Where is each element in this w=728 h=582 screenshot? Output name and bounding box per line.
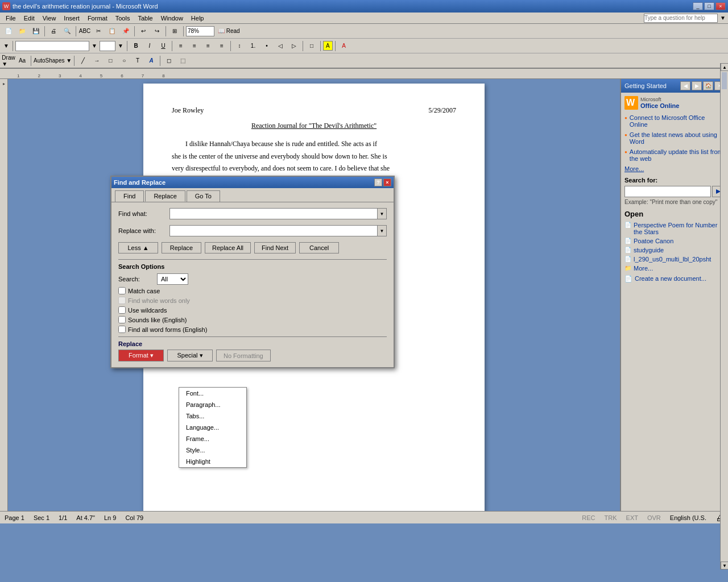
link-autoupdate[interactable]: ● Automatically update this list from th… — [624, 148, 725, 162]
border-btn[interactable]: □ — [305, 40, 318, 52]
wordart-tool[interactable]: A — [145, 55, 158, 66]
help-dropdown-arrow[interactable]: ▼ — [720, 15, 726, 21]
special-button[interactable]: Special ▾ — [167, 350, 213, 361]
style-dropdown-btn[interactable]: ▼ — [2, 40, 10, 52]
open-btn[interactable]: 📁 — [16, 26, 28, 37]
align-center-btn[interactable]: ≡ — [188, 40, 201, 52]
no-formatting-button[interactable]: No Formatting — [216, 350, 271, 361]
whole-words-checkbox[interactable] — [118, 297, 126, 304]
menu-font[interactable]: Font... — [179, 388, 246, 399]
panel-forward-btn[interactable]: ▶ — [692, 81, 702, 90]
tab-find[interactable]: Find — [115, 190, 144, 202]
align-left-btn[interactable]: ≡ — [175, 40, 187, 52]
create-doc-link[interactable]: 📄 Create a new document... — [624, 275, 725, 282]
less-button[interactable]: Less ▲ — [118, 242, 158, 253]
more-files-link[interactable]: More... — [634, 265, 653, 272]
link-autoupdate-text[interactable]: Automatically update this list from the … — [630, 148, 725, 162]
bold-btn[interactable]: B — [130, 40, 142, 52]
more-link-top[interactable]: More... — [624, 165, 725, 172]
all-word-forms-checkbox[interactable] — [118, 326, 126, 333]
redo-btn[interactable]: ↪ — [151, 26, 163, 37]
file-item-4[interactable]: 📄 l_290_us0_multi_lbl_20psht — [624, 256, 725, 263]
dialog-close-btn[interactable]: × — [383, 178, 391, 186]
cut-btn[interactable]: ✂ — [92, 26, 105, 37]
print-btn[interactable]: 🖨 — [47, 26, 60, 37]
link-news[interactable]: ● Get the latest news about using Word — [624, 131, 725, 145]
replace-all-button[interactable]: Replace All — [205, 242, 251, 253]
menu-table[interactable]: Table — [134, 14, 156, 23]
zoom-input[interactable] — [186, 26, 214, 36]
link-connect-text[interactable]: Connect to Microsoft Office Online — [630, 114, 725, 128]
panel-controls[interactable]: ◀ ▶ 🏠 × — [680, 81, 725, 90]
read-btn[interactable]: 📖 Read — [218, 28, 240, 34]
menu-paragraph[interactable]: Paragraph... — [179, 399, 246, 410]
spell-btn[interactable]: ABC — [78, 26, 91, 37]
dialog-tabs[interactable]: Find Replace Go To — [111, 188, 394, 202]
all-word-forms-label[interactable]: Find all word forms (English) — [128, 326, 207, 333]
copy-btn[interactable]: 📋 — [106, 26, 118, 37]
align-justify-btn[interactable]: ≡ — [216, 40, 228, 52]
italic-btn[interactable]: I — [143, 40, 156, 52]
menu-insert[interactable]: Insert — [60, 14, 83, 23]
minimize-button[interactable]: _ — [693, 2, 703, 10]
underline-btn[interactable]: U — [157, 40, 169, 52]
menu-highlight[interactable]: Highlight — [179, 456, 246, 467]
match-case-checkbox[interactable] — [118, 287, 126, 294]
file-name-1[interactable]: Perspective Poem for Number the Stars — [634, 222, 725, 235]
line-tool[interactable]: ╱ — [77, 55, 89, 66]
menu-edit[interactable]: Edit — [20, 14, 38, 23]
help-search-input[interactable] — [644, 14, 718, 23]
panel-search-input[interactable] — [624, 186, 711, 197]
textbox-tool[interactable]: T — [131, 55, 144, 66]
menu-view[interactable]: View — [39, 14, 60, 23]
replace-dropdown-arrow[interactable]: ▼ — [378, 225, 387, 236]
menu-frame[interactable]: Frame... — [179, 433, 246, 444]
search-direction-select[interactable]: All Down Up — [157, 273, 188, 285]
font-color-btn[interactable]: A — [338, 40, 350, 52]
font-dropdown-btn[interactable]: ▼ — [90, 40, 98, 52]
table-btn[interactable]: ⊞ — [168, 26, 181, 37]
panel-home-btn[interactable]: 🏠 — [703, 81, 713, 90]
wildcards-label[interactable]: Use wildcards — [128, 307, 167, 314]
cancel-button[interactable]: Cancel — [299, 242, 339, 253]
highlight-btn[interactable]: A — [323, 41, 333, 51]
decrease-indent-btn[interactable]: ◁ — [274, 40, 287, 52]
file-name-3[interactable]: studyguide — [634, 247, 664, 253]
arrow-tool[interactable]: → — [90, 55, 103, 66]
font-name-input[interactable]: Times New Roman — [15, 41, 89, 51]
tab-replace[interactable]: Replace — [145, 190, 185, 202]
paste-btn[interactable]: 📌 — [119, 26, 132, 37]
align-right-btn[interactable]: ≡ — [202, 40, 214, 52]
line-spacing-btn[interactable]: ↕ — [233, 40, 246, 52]
menu-tools[interactable]: Tools — [112, 14, 134, 23]
menu-file[interactable]: File — [2, 14, 19, 23]
font-size-input[interactable]: 14 — [100, 41, 115, 51]
font-size-dropdown-btn[interactable]: ▼ — [117, 40, 125, 52]
file-item-2[interactable]: 📄 Poatoe Canon — [624, 238, 725, 244]
numbered-list-btn[interactable]: 1. — [247, 40, 259, 52]
menu-language[interactable]: Language... — [179, 422, 246, 433]
match-case-label[interactable]: Match case — [128, 288, 160, 294]
replace-button[interactable]: Replace — [162, 242, 201, 253]
menu-format[interactable]: Format — [84, 14, 111, 23]
right-panel-scrollbar[interactable]: ▲ ▼ — [720, 93, 728, 511]
find-what-input[interactable] — [169, 208, 378, 219]
whole-words-label[interactable]: Find whole words only — [128, 297, 190, 304]
file-item-3[interactable]: 📄 studyguide — [624, 247, 725, 253]
autoformat-btn[interactable]: Aa — [16, 55, 28, 66]
draw-btn[interactable]: Draw ▼ — [2, 55, 15, 66]
oval-tool[interactable]: ○ — [118, 55, 130, 66]
menu-tabs[interactable]: Tabs... — [179, 410, 246, 422]
find-dropdown-arrow[interactable]: ▼ — [378, 208, 387, 219]
find-next-button[interactable]: Find Next — [254, 242, 296, 253]
wildcards-checkbox[interactable] — [118, 306, 126, 314]
dialog-help-btn[interactable]: ? — [374, 178, 382, 186]
tab-goto[interactable]: Go To — [187, 190, 220, 202]
maximize-button[interactable]: □ — [704, 2, 714, 10]
window-controls[interactable]: _ □ × — [693, 2, 726, 10]
format-button[interactable]: Format ▾ — [118, 350, 164, 361]
rect-tool[interactable]: □ — [104, 55, 117, 66]
increase-indent-btn[interactable]: ▷ — [288, 40, 300, 52]
sounds-like-checkbox[interactable] — [118, 316, 126, 323]
3d-btn[interactable]: ⬚ — [176, 55, 189, 66]
